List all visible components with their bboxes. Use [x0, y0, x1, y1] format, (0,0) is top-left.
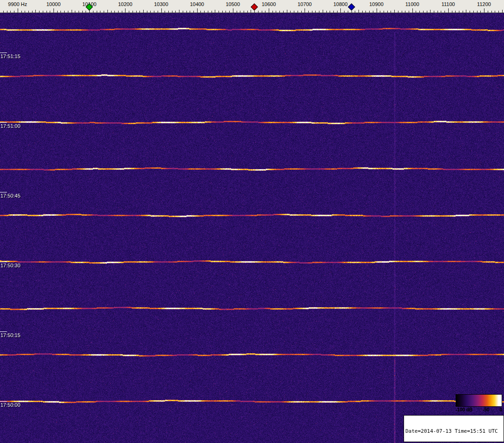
freq-ruler-label: 10500	[226, 1, 240, 7]
time-axis-label: 17:51:15	[0, 53, 20, 59]
info-date-line: Date=2014-07-13 Time=15:51 UTC	[405, 428, 502, 434]
freq-tick	[32, 11, 33, 13]
freq-tick	[165, 11, 165, 13]
freq-tick	[495, 11, 495, 13]
freq-tick	[348, 11, 348, 13]
amplitude-mid-label: -50	[483, 407, 489, 412]
freq-tick	[3, 11, 4, 13]
time-tick	[0, 192, 7, 192]
spectrum-waterfall-display: 9900 Hz100001010010200103001040010500106…	[0, 0, 504, 443]
freq-tick	[212, 11, 212, 13]
freq-tick	[434, 11, 434, 13]
freq-tick	[75, 11, 75, 13]
freq-tick	[473, 11, 474, 13]
freq-tick	[251, 10, 251, 13]
freq-tick	[133, 11, 133, 13]
marker-red-diamond[interactable]	[251, 3, 258, 11]
freq-tick	[204, 11, 205, 13]
freq-tick	[452, 11, 452, 13]
amplitude-scale: -100 dB -50 0	[456, 394, 502, 412]
freq-tick	[315, 11, 316, 13]
freq-tick	[477, 11, 477, 13]
freq-tick	[484, 8, 484, 13]
freq-tick	[46, 11, 47, 13]
freq-tick	[97, 11, 97, 13]
freq-tick	[111, 11, 112, 13]
time-tick	[0, 331, 7, 332]
freq-tick	[247, 11, 248, 13]
freq-tick	[305, 8, 305, 13]
freq-tick	[470, 11, 470, 13]
freq-tick	[139, 11, 140, 13]
freq-tick	[143, 10, 144, 13]
freq-tick	[222, 11, 223, 13]
freq-tick	[72, 10, 72, 13]
freq-tick	[337, 11, 338, 13]
freq-tick	[158, 11, 158, 13]
freq-tick	[262, 11, 262, 13]
freq-ruler-label: 11200	[477, 1, 491, 7]
freq-tick	[229, 11, 230, 13]
freq-tick	[35, 10, 36, 13]
frequency-ruler[interactable]: 9900 Hz100001010010200103001040010500106…	[0, 0, 504, 13]
freq-tick	[279, 11, 280, 13]
freq-tick	[377, 8, 377, 13]
freq-tick	[344, 11, 345, 13]
freq-tick	[122, 11, 122, 13]
freq-tick	[14, 11, 14, 13]
freq-tick	[384, 11, 384, 13]
freq-tick	[394, 10, 395, 13]
time-axis-label: 17:51:00	[0, 123, 20, 129]
freq-tick	[405, 11, 405, 13]
freq-tick	[50, 11, 50, 13]
freq-tick	[373, 11, 373, 13]
freq-ruler-label: 10900	[369, 1, 384, 7]
freq-tick	[147, 11, 147, 13]
freq-tick	[355, 11, 355, 13]
freq-tick	[358, 10, 359, 13]
freq-tick	[323, 10, 323, 13]
freq-tick	[463, 11, 463, 13]
freq-tick	[265, 11, 265, 13]
freq-tick	[362, 11, 363, 13]
freq-tick	[161, 8, 162, 13]
freq-tick	[298, 11, 298, 13]
amplitude-gradient-bar	[456, 394, 502, 407]
freq-tick	[416, 11, 416, 13]
freq-tick	[18, 8, 18, 13]
freq-tick	[365, 11, 366, 13]
info-box: Date=2014-07-13 Time=15:51 UTC Freq=143 …	[404, 415, 504, 442]
freq-tick	[423, 11, 424, 13]
freq-tick	[491, 11, 492, 13]
waterfall-canvas[interactable]	[0, 13, 504, 443]
amplitude-max-label: 0	[499, 407, 502, 412]
freq-tick	[125, 8, 126, 13]
freq-tick	[53, 8, 54, 13]
freq-tick	[340, 8, 341, 13]
freq-tick	[351, 11, 352, 13]
freq-tick	[129, 11, 129, 13]
freq-tick	[466, 10, 466, 13]
freq-tick	[190, 11, 190, 13]
freq-tick	[175, 11, 176, 13]
freq-tick	[150, 11, 151, 13]
freq-ruler-label: 10400	[190, 1, 204, 7]
freq-tick	[294, 11, 294, 13]
freq-tick	[172, 11, 172, 13]
time-axis-label: 17:50:15	[0, 332, 20, 338]
freq-ruler-label: 10200	[118, 1, 133, 7]
freq-ruler-label: 10300	[154, 1, 168, 7]
time-axis-label: 17:50:30	[0, 263, 20, 268]
time-axis-label: 17:50:00	[0, 402, 20, 408]
freq-tick	[387, 11, 388, 13]
freq-tick	[28, 11, 29, 13]
freq-tick	[79, 11, 79, 13]
freq-tick	[118, 11, 119, 13]
freq-tick	[183, 11, 183, 13]
freq-tick	[258, 11, 259, 13]
marker-blue-diamond[interactable]	[348, 3, 355, 11]
freq-ruler-label: 10800	[333, 1, 348, 7]
freq-tick	[136, 11, 137, 13]
freq-tick	[398, 11, 398, 13]
freq-tick	[448, 8, 449, 13]
